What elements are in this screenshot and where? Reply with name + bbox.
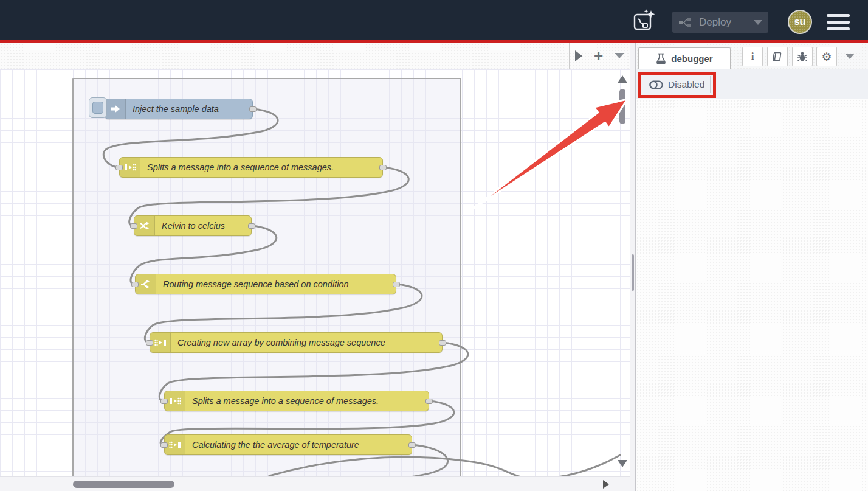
splitter-handle[interactable] <box>632 254 634 291</box>
app-header: Deploy su <box>0 0 868 40</box>
info-button[interactable]: i <box>742 47 763 66</box>
toggle-off-icon <box>649 80 663 89</box>
vertical-scrollbar-thumb[interactable] <box>619 89 625 124</box>
sidebar-splitter[interactable] <box>630 43 636 491</box>
node-label: Calculating the the average of temperatu… <box>185 435 367 454</box>
output-port[interactable] <box>439 340 446 346</box>
hamburger-icon <box>827 14 850 17</box>
node-switch[interactable]: Routing message sequence based on condit… <box>135 274 396 294</box>
node-label: Creating new array by combining message … <box>171 333 393 352</box>
tab-scroll-right-icon[interactable] <box>575 50 582 61</box>
user-avatar[interactable]: su <box>788 10 812 34</box>
deploy-label: Deploy <box>699 16 731 29</box>
flow-list-icon[interactable] <box>615 53 624 58</box>
inject-trigger-inner <box>92 102 103 114</box>
flow-tabbar-buttons: + <box>569 43 630 69</box>
node-split[interactable]: Splits a message into a sequence of mess… <box>119 157 383 178</box>
inject-trigger-button[interactable] <box>89 97 107 118</box>
node-split[interactable]: Splits a message into a sequence of mess… <box>164 391 429 411</box>
node-red-app: Deploy su + <box>0 0 868 491</box>
hamburger-icon <box>827 27 850 30</box>
flow-canvas[interactable]: Inject the sample data Splits a message … <box>0 69 630 476</box>
sidebar-menu-button[interactable] <box>845 54 855 59</box>
node-join[interactable]: Creating new array by combining message … <box>150 332 443 353</box>
hamburger-icon <box>827 21 850 24</box>
output-port[interactable] <box>425 399 433 404</box>
config-button[interactable]: ⚙ <box>816 47 837 66</box>
scroll-down-icon[interactable] <box>618 460 627 467</box>
output-port[interactable] <box>248 223 255 229</box>
disabled-label: Disabled <box>668 79 704 90</box>
output-port[interactable] <box>393 282 400 287</box>
node-label: Splits a message into a sequence of mess… <box>185 391 386 411</box>
change-icon <box>134 216 155 235</box>
node-join[interactable]: Calculating the the average of temperatu… <box>164 434 412 455</box>
info-icon: i <box>751 50 754 63</box>
avatar-initials: su <box>794 16 806 27</box>
sidebar-tab-label: debugger <box>671 54 712 64</box>
book-icon <box>772 51 783 62</box>
scroll-up-icon[interactable] <box>618 75 627 83</box>
gear-icon: ⚙ <box>821 51 832 63</box>
input-port[interactable] <box>160 442 168 448</box>
help-button[interactable] <box>767 47 788 66</box>
node-label: Kelvin to celcius <box>155 216 232 235</box>
node-label: Routing message sequence based on condit… <box>156 274 356 294</box>
toolbar-separator <box>710 76 711 93</box>
debug-message-pane <box>636 99 868 491</box>
input-port[interactable] <box>115 165 123 170</box>
debug-button[interactable] <box>792 47 813 66</box>
sidebar-tabbar: debugger i ⚙ <box>636 43 868 69</box>
bug-icon <box>797 51 808 62</box>
input-port[interactable] <box>130 223 137 229</box>
output-port[interactable] <box>408 442 416 448</box>
split-icon <box>165 391 185 411</box>
input-port[interactable] <box>146 340 153 346</box>
debug-toolbar: Disabled <box>636 69 868 99</box>
input-port[interactable] <box>131 282 139 287</box>
deploy-icon <box>678 18 692 27</box>
node-label: Splits a message into a sequence of mess… <box>140 158 341 177</box>
horizontal-scrollbar <box>0 476 630 491</box>
horizontal-scrollbar-thumb[interactable] <box>73 481 174 488</box>
deploy-button[interactable]: Deploy <box>672 12 768 33</box>
ai-flow-icon <box>632 9 656 33</box>
inject-icon <box>105 99 126 119</box>
output-port[interactable] <box>249 106 257 112</box>
deploy-caret-icon[interactable] <box>754 20 762 25</box>
input-port[interactable] <box>160 399 168 404</box>
tab-debugger[interactable]: debugger <box>638 47 731 69</box>
flask-icon <box>656 53 666 64</box>
node-change[interactable]: Kelvin to celcius <box>134 215 252 236</box>
output-port[interactable] <box>379 165 387 170</box>
debugger-disabled-toggle[interactable]: Disabled <box>649 77 704 92</box>
ai-flow-button[interactable] <box>632 9 656 33</box>
join-icon <box>165 435 185 454</box>
node-inject[interactable]: Inject the sample data <box>105 99 253 119</box>
main-menu-button[interactable] <box>827 14 850 30</box>
flow-tabbar: + <box>0 43 630 69</box>
join-icon <box>150 333 171 352</box>
scroll-right-icon[interactable] <box>603 480 609 489</box>
node-label: Inject the sample data <box>126 99 226 119</box>
add-flow-button[interactable]: + <box>594 50 603 62</box>
split-icon <box>120 158 140 177</box>
switch-icon <box>136 274 156 294</box>
sidebar: debugger i ⚙ <box>636 43 868 491</box>
